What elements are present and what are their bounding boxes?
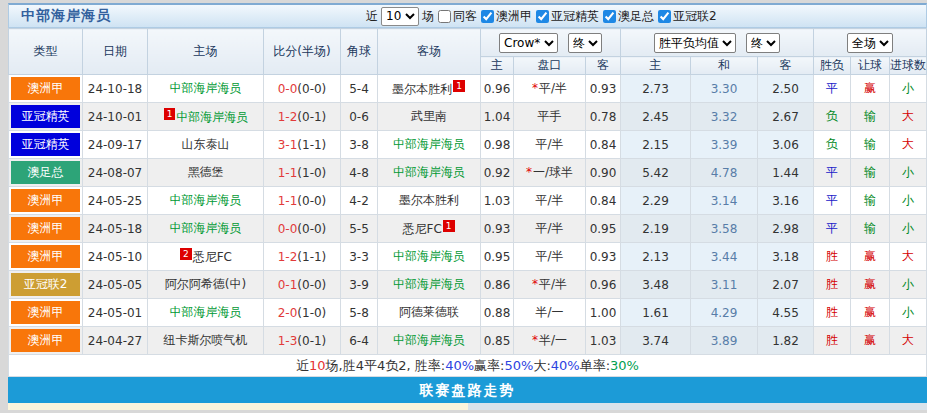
ah-handicap: 平/半 [514,243,586,271]
bottom-section-edge [8,403,927,410]
score: 1-1(1-0) [264,159,341,187]
result-badge: 胜 [814,299,851,327]
handicap-result-badge: 输 [851,187,890,215]
team-name: 阿尔阿希德(中) [165,277,246,291]
filter-checkbox-0[interactable] [481,10,494,23]
match-count-select[interactable]: 10 [381,7,419,26]
home-team: 纽卡斯尔喷气机 [148,327,264,355]
ah-handicap: *一/球半 [514,159,586,187]
league-badge: 澳洲甲 [9,75,83,103]
corner-score: 4-2 [341,187,378,215]
filter-league-3[interactable]: 亚冠联2 [657,8,717,25]
ah-home-odds: 1.03 [481,187,514,215]
ah-away-odds: 0.84 [586,187,621,215]
match-history-table: 类型 日期 主场 比分(半场) 角球 客场 Crow*终 胜平负均值终 全场 主… [8,28,927,355]
score: 1-2(0-1) [264,103,341,131]
away-team: 中部海岸海员 [378,159,481,187]
ah-home-odds: 0.96 [481,75,514,103]
rank-badge: 1 [443,220,455,232]
col-ah-handicap: 盘口 [514,57,586,75]
score: 1-3(0-1) [264,327,341,355]
away-team: 武里南 [378,103,481,131]
ah-home-odds: 1.04 [481,103,514,131]
corner-score: 5-4 [341,75,378,103]
eu-home-odds: 2.13 [621,243,691,271]
match-date: 24-10-18 [83,75,148,103]
col-score: 比分(半场) [264,29,341,75]
bottom-right-panel-edge [468,403,927,410]
filter-checkbox-3[interactable] [658,10,671,23]
goals-badge: 大 [890,327,927,355]
league-badge: 澳洲甲 [9,215,83,243]
away-team: 中部海岸海员 [378,327,481,355]
goals-badge: 小 [890,271,927,299]
filter-league-2[interactable]: 澳足总 [602,8,654,25]
goals-badge: 大 [890,103,927,131]
rank-badge: 1 [164,108,176,120]
team-name: 中部海岸海员 [170,305,242,319]
team-name: 墨尔本胜利 [399,193,459,207]
league-badge: 亚冠联2 [9,271,83,299]
corner-score: 6-4 [341,327,378,355]
bookmaker-final-select[interactable]: 终 [568,33,602,53]
avg-final-select[interactable]: 终 [746,33,780,53]
eu-draw-odds: 4.78 [691,159,758,187]
handicap-result-badge: 赢 [851,271,890,299]
team-name: 中部海岸海员 [170,221,242,235]
eu-away-odds: 2.98 [758,215,814,243]
table-row: 澳洲甲24-05-01中部海岸海员2-0(1-0)5-8阿德莱德联0.88半/一… [9,299,927,327]
table-row: 亚冠联224-05-05阿尔阿希德(中)0-1(0-0)3-9中部海岸海员0.8… [9,271,927,299]
same-away-checkbox[interactable] [438,10,451,23]
eu-home-odds: 2.15 [621,131,691,159]
result-badge: 负 [814,103,851,131]
score: 0-0(0-0) [264,215,341,243]
eu-home-odds: 1.61 [621,299,691,327]
summary-bar: 近10场,胜4平4负2, 胜率:40% 赢率:50% 大:40% 单率:30% [8,355,927,377]
ah-handicap: 平/半 [514,187,586,215]
col-ah-away: 客 [586,57,621,75]
handicap-result-badge: 输 [851,103,890,131]
eu-home-odds: 3.74 [621,327,691,355]
same-away-toggle[interactable]: 同客 [437,8,477,25]
result-badge: 胜 [814,271,851,299]
eu-draw-odds: 3.44 [691,243,758,271]
avg-odds-select[interactable]: 胜平负均值 [654,33,736,53]
home-team: 阿尔阿希德(中) [148,271,264,299]
col-eu-draw: 和 [691,57,758,75]
table-row: 澳洲甲24-05-25中部海岸海员1-1(0-0)4-2墨尔本胜利1.03平/半… [9,187,927,215]
ah-handicap: 平手 [514,103,586,131]
filter-checkbox-2[interactable] [603,10,616,23]
col-result: 胜负 [814,57,851,75]
rank-badge: 1 [453,80,465,92]
scope-select[interactable]: 全场 [847,33,893,53]
result-badge: 胜 [814,243,851,271]
col-ah-home: 主 [481,57,514,75]
title-bar: 中部海岸海员 近 10 场 同客 澳洲甲 亚冠精英 澳足总 [8,3,927,28]
corner-score: 4-8 [341,159,378,187]
match-date: 24-09-17 [83,131,148,159]
summary-segment: 单率: [580,357,610,375]
ah-home-odds: 0.88 [481,299,514,327]
score: 3-1(1-1) [264,131,341,159]
same-away-label: 同客 [453,8,477,25]
ah-home-odds: 0.98 [481,131,514,159]
ah-handicap: *平/半 [514,271,586,299]
bookmaker-select[interactable]: Crow* [499,33,558,53]
result-badge: 平 [814,187,851,215]
summary-segment: 场,胜4平4负2, 胜率: [326,357,446,375]
summary-segment: 50% [504,358,533,373]
team-name: 黑德堡 [188,165,224,179]
away-team: 墨尔本胜利1 [378,75,481,103]
away-team: 墨尔本胜利 [378,187,481,215]
euro-odds-group: 胜平负均值终 [621,29,814,57]
league-handicap-trend-button[interactable]: 联赛盘路走势 [8,377,927,403]
ah-away-odds: 0.90 [586,159,621,187]
col-handicap-result: 让球 [851,57,890,75]
filter-league-1[interactable]: 亚冠精英 [535,8,599,25]
filter-checkbox-1[interactable] [536,10,549,23]
eu-away-odds: 1.82 [758,327,814,355]
col-eu-away: 客 [758,57,814,75]
goals-badge: 小 [890,215,927,243]
table-row: 澳洲甲24-05-102悉尼FC1-2(1-1)3-3中部海岸海员0.95平/半… [9,243,927,271]
filter-league-0[interactable]: 澳洲甲 [480,8,532,25]
